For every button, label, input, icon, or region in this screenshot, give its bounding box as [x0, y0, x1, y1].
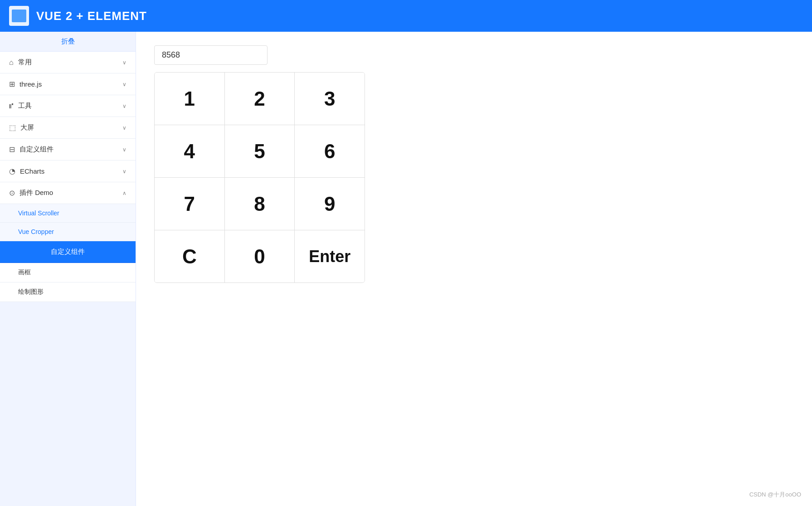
- sidebar-sub-item-virtual-scroller[interactable]: Virtual Scroller: [0, 204, 136, 223]
- numpad-key-4[interactable]: 4: [155, 125, 225, 177]
- huizhitu-label: 绘制图形: [18, 288, 44, 295]
- sidebar-item-threejs-label: three.js: [19, 80, 42, 88]
- sidebar-sub-item-vue-cropper[interactable]: Vue Cropper: [0, 223, 136, 241]
- sidebar-item-threejs-left: ⊞ three.js: [9, 80, 42, 88]
- chart-icon: ◔: [9, 167, 15, 175]
- sidebar-item-gongju-left: ⑈ 工具: [9, 102, 32, 110]
- plugin-icon: ⊙: [9, 189, 15, 197]
- header: VUE 2 + ELEMENT: [0, 0, 812, 32]
- watermark: CSDN @十月ooOO: [749, 491, 801, 499]
- chevron-down-icon-6: ∨: [122, 168, 126, 175]
- numpad-key-5[interactable]: 5: [225, 125, 295, 177]
- app-title: VUE 2 + ELEMENT: [36, 9, 147, 23]
- fold-label[interactable]: 折叠: [0, 32, 136, 52]
- tools-icon: ⑈: [9, 102, 14, 110]
- numpad: 1 2 3 4 5 6 7 8 9 C 0 Enter: [154, 72, 365, 283]
- chevron-down-icon: ∨: [122, 59, 126, 66]
- chevron-down-icon-5: ∨: [122, 146, 126, 153]
- sidebar-item-echarts[interactable]: ◔ ECharts ∨: [0, 161, 136, 182]
- numpad-key-1[interactable]: 1: [155, 73, 225, 125]
- numpad-key-9[interactable]: 9: [295, 178, 365, 230]
- sidebar-item-gongju-label: 工具: [18, 102, 32, 110]
- numpad-key-2[interactable]: 2: [225, 73, 295, 125]
- sidebar-item-plugindemo-label: 插件 Demo: [19, 189, 53, 197]
- sidebar-item-plugindemo[interactable]: ⊙ 插件 Demo ∧: [0, 182, 136, 204]
- sidebar-bottom-huizhitu[interactable]: 绘制图形: [0, 282, 136, 302]
- logo-inner: [12, 10, 26, 22]
- numpad-display: 8568: [154, 45, 267, 65]
- sidebar-item-zidingyi-label: 自定义组件: [19, 145, 53, 154]
- sidebar-item-daping-left: ⬚ 大屏: [9, 123, 34, 132]
- grid-icon: ⊞: [9, 80, 15, 88]
- sidebar-item-echarts-left: ◔ ECharts: [9, 167, 44, 175]
- sidebar-item-echarts-label: ECharts: [20, 167, 44, 175]
- sidebar-item-zidingyi[interactable]: ⊟ 自定义组件 ∨: [0, 139, 136, 161]
- numpad-key-7[interactable]: 7: [155, 178, 225, 230]
- sidebar-item-threejs[interactable]: ⊞ three.js ∨: [0, 73, 136, 95]
- main-content: 8568 1 2 3 4 5 6 7 8 9 C: [136, 32, 812, 506]
- screen-icon: ⬚: [9, 123, 16, 132]
- huakuang-label: 画框: [18, 268, 31, 276]
- sidebar-bottom-huakuang[interactable]: 画框: [0, 263, 136, 282]
- chevron-down-icon-3: ∨: [122, 103, 126, 109]
- vue-cropper-label: Vue Cropper: [18, 228, 54, 235]
- app-logo: [9, 6, 29, 26]
- numpad-row-4: C 0 Enter: [155, 230, 365, 282]
- sidebar-active-zidingyi[interactable]: 自定义组件: [0, 241, 136, 263]
- sidebar-item-gongju[interactable]: ⑈ 工具 ∨: [0, 95, 136, 117]
- layout: 折叠 ⌂ 常用 ∨ ⊞ three.js ∨ ⑈ 工具 ∨: [0, 32, 812, 506]
- sidebar-item-plugindemo-left: ⊙ 插件 Demo: [9, 189, 53, 197]
- sidebar-item-changyong-left: ⌂ 常用: [9, 58, 32, 67]
- virtual-scroller-label: Virtual Scroller: [18, 209, 59, 217]
- numpad-key-enter[interactable]: Enter: [295, 230, 365, 282]
- chevron-up-icon: ∧: [122, 190, 126, 196]
- sidebar-item-daping-label: 大屏: [20, 123, 34, 132]
- numpad-row-2: 4 5 6: [155, 125, 365, 178]
- chevron-down-icon-2: ∨: [122, 81, 126, 88]
- chevron-down-icon-4: ∨: [122, 125, 126, 131]
- sidebar-active-label: 自定义组件: [51, 248, 85, 255]
- numpad-key-3[interactable]: 3: [295, 73, 365, 125]
- sidebar-item-changyong[interactable]: ⌂ 常用 ∨: [0, 52, 136, 73]
- numpad-row-1: 1 2 3: [155, 73, 365, 125]
- numpad-key-8[interactable]: 8: [225, 178, 295, 230]
- numpad-row-3: 7 8 9: [155, 178, 365, 230]
- sidebar-item-zidingyi-left: ⊟ 自定义组件: [9, 145, 53, 154]
- home-icon: ⌂: [9, 58, 14, 67]
- sidebar-item-daping[interactable]: ⬚ 大屏 ∨: [0, 117, 136, 139]
- numpad-key-6[interactable]: 6: [295, 125, 365, 177]
- numpad-key-0[interactable]: 0: [225, 230, 295, 282]
- component-icon: ⊟: [9, 145, 15, 154]
- sidebar: 折叠 ⌂ 常用 ∨ ⊞ three.js ∨ ⑈ 工具 ∨: [0, 32, 136, 506]
- sidebar-item-changyong-label: 常用: [18, 58, 32, 67]
- numpad-key-clear[interactable]: C: [155, 230, 225, 282]
